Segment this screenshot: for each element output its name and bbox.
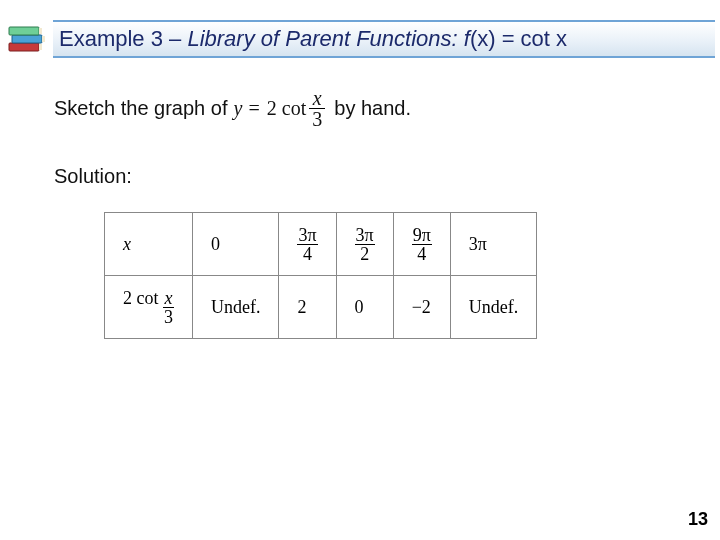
eq-frac: x 3 [309, 88, 325, 129]
table-cell-x: 0 [193, 213, 279, 276]
svg-rect-4 [42, 36, 45, 42]
table-cell-y: 2 [279, 276, 336, 339]
eq-y: y = [233, 97, 260, 120]
row-y-frac-den: 3 [163, 308, 174, 326]
table-cell-y: −2 [393, 276, 450, 339]
title-italic: Library of Parent Functions: f [187, 26, 469, 51]
frac-cell: 3π2 [355, 226, 375, 263]
title-text: Example 3 – Library of Parent Functions:… [59, 26, 567, 52]
table-cell-x: 3π [450, 213, 536, 276]
instr-before: Sketch the graph of [54, 97, 227, 120]
header: Example 3 – Library of Parent Functions:… [5, 18, 715, 60]
table-cell-x: 3π2 [336, 213, 393, 276]
data-table: x 03π43π29π43π 2 cot x 3 Undef.20−2Undef… [104, 212, 537, 339]
row-y-label-text: 2 cot [123, 288, 159, 308]
title-prefix: Example 3 – [59, 26, 187, 51]
instr-equation: y = 2 cot x 3 [233, 88, 328, 129]
eq-coef: 2 cot [267, 97, 306, 120]
books-icon [5, 17, 49, 61]
slide: Example 3 – Library of Parent Functions:… [0, 0, 720, 540]
instruction: Sketch the graph of y = 2 cot x 3 by han… [54, 88, 666, 129]
table-wrap: x 03π43π29π43π 2 cot x 3 Undef.20−2Undef… [104, 212, 666, 339]
svg-rect-3 [39, 28, 42, 34]
instr-after: by hand. [334, 97, 411, 120]
table-cell-x: 9π4 [393, 213, 450, 276]
svg-rect-0 [9, 43, 39, 51]
svg-rect-1 [12, 35, 42, 43]
row-y-label-frac: x 3 [163, 289, 174, 326]
table-row-y: 2 cot x 3 Undef.20−2Undef. [105, 276, 537, 339]
table-row-x: x 03π43π29π43π [105, 213, 537, 276]
row-y-frac-num: x [164, 289, 174, 307]
svg-rect-5 [39, 44, 42, 50]
title-suffix: (x) = cot x [470, 26, 567, 51]
eq-frac-den: 3 [309, 109, 325, 129]
table-cell-y: 0 [336, 276, 393, 339]
body: Sketch the graph of y = 2 cot x 3 by han… [54, 88, 666, 339]
title-bar: Example 3 – Library of Parent Functions:… [53, 20, 715, 58]
frac-cell: 9π4 [412, 226, 432, 263]
frac-cell: 3π4 [297, 226, 317, 263]
table-cell-y: Undef. [450, 276, 536, 339]
table-cell-x: 3π4 [279, 213, 336, 276]
row-x-label: x [105, 213, 193, 276]
svg-rect-2 [9, 27, 39, 35]
solution-label: Solution: [54, 165, 666, 188]
table-cell-y: Undef. [193, 276, 279, 339]
row-y-label: 2 cot x 3 [105, 276, 193, 339]
page-number: 13 [688, 509, 708, 530]
eq-frac-num: x [310, 88, 325, 108]
